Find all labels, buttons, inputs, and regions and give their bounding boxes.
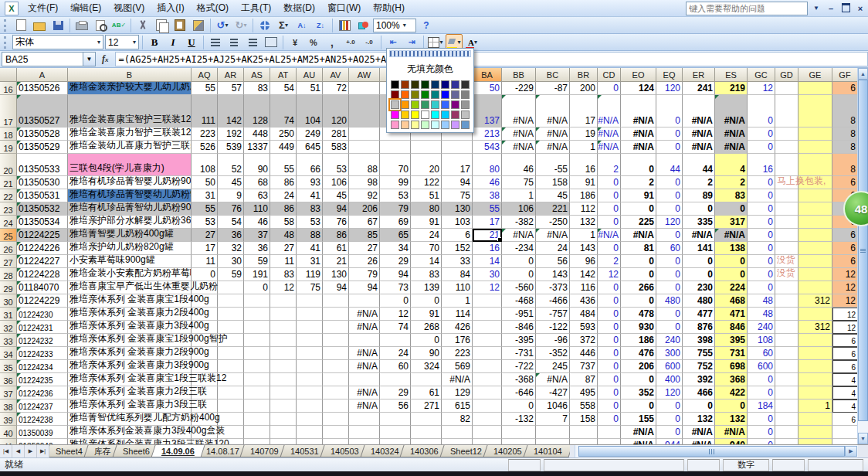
cell-A17[interactable]: 01350527 xyxy=(17,95,68,128)
cell-CD41[interactable] xyxy=(598,439,621,444)
cell-AS36[interactable] xyxy=(244,373,270,386)
row-header-26[interactable]: 26 xyxy=(0,242,17,255)
cell-ER22[interactable]: 89 xyxy=(683,189,715,202)
cell-AY22[interactable]: 51 xyxy=(411,189,442,202)
cell-ES38[interactable]: 0 xyxy=(715,400,748,413)
cell-AT22[interactable]: 24 xyxy=(270,189,297,202)
cell-ES19[interactable]: #N/A xyxy=(715,141,748,154)
cell-BR41[interactable] xyxy=(570,439,598,444)
cell-GC39[interactable]: 0 xyxy=(748,413,775,426)
cell-BC23[interactable]: 221 xyxy=(536,202,570,216)
cell-GD22[interactable] xyxy=(775,189,798,202)
cell-ER28[interactable]: 0 xyxy=(683,268,715,281)
cell-BR21[interactable]: 91 xyxy=(570,176,598,189)
cell-BR19[interactable]: 1 xyxy=(570,141,598,154)
cell-GD24[interactable] xyxy=(775,216,798,229)
column-header-GE[interactable]: GE xyxy=(798,68,832,82)
cell-AU33[interactable] xyxy=(297,334,323,347)
cell-BA35[interactable] xyxy=(473,360,502,373)
cell-EO23[interactable]: 0 xyxy=(621,202,656,216)
name-box-dropdown-icon[interactable]: ▼ xyxy=(83,52,96,66)
cell-EQ19[interactable]: 0 xyxy=(656,141,683,154)
cell-AX35[interactable]: 60 xyxy=(380,360,411,373)
cell-GC34[interactable]: 60 xyxy=(748,347,775,360)
cell-AY28[interactable]: 83 xyxy=(411,268,442,281)
palette-drag-handle[interactable] xyxy=(389,50,471,57)
cell-BR25[interactable]: 1 xyxy=(570,229,598,242)
cell-AV29[interactable]: 94 xyxy=(323,281,349,294)
cell-AT26[interactable]: 27 xyxy=(270,242,297,255)
cell-GD41[interactable] xyxy=(775,439,798,444)
cell-CD29[interactable]: 0 xyxy=(598,281,621,294)
cell-GD30[interactable] xyxy=(775,294,798,308)
cell-ER35[interactable]: 752 xyxy=(683,360,715,373)
cell-EO17[interactable]: #N/A xyxy=(621,95,656,128)
cell-AZ25[interactable]: 6 xyxy=(442,229,473,242)
column-header-AQ[interactable]: AQ xyxy=(192,68,218,82)
column-header-BC[interactable]: BC xyxy=(536,68,570,82)
cell-CD32[interactable]: 0 xyxy=(598,321,621,334)
help-dropdown-icon[interactable]: ▼ xyxy=(810,5,822,12)
color-swatch-333399[interactable] xyxy=(451,80,459,89)
cell-EQ33[interactable]: 240 xyxy=(656,334,683,347)
row-header-24[interactable]: 24 xyxy=(0,216,17,229)
cell-AT33[interactable] xyxy=(270,334,297,347)
cell-AR31[interactable] xyxy=(218,308,244,321)
cell-AZ39[interactable]: 82 xyxy=(442,413,473,426)
cell-GD32[interactable] xyxy=(775,321,798,334)
sheet-tab-14.09.06[interactable]: 14.09.06 xyxy=(151,445,205,457)
cell-GC36[interactable]: 0 xyxy=(748,373,775,386)
cell-BR27[interactable]: 96 xyxy=(570,255,598,268)
cell-AQ27[interactable]: 11 xyxy=(192,255,218,268)
cell-AQ20[interactable]: 108 xyxy=(192,154,218,176)
cell-AS41[interactable] xyxy=(244,439,270,444)
cell-B19[interactable]: 雅培金装幼儿喜康力智护三联装12 xyxy=(68,141,192,154)
color-swatch-FFFF99[interactable] xyxy=(411,121,419,129)
cell-B16[interactable]: 雅培金装亲护较大婴儿幼儿奶粉82 xyxy=(68,82,192,95)
cell-AS16[interactable]: 83 xyxy=(244,82,270,95)
copy-icon[interactable] xyxy=(153,17,170,34)
cell-GE28[interactable] xyxy=(798,268,832,281)
cell-CD27[interactable]: 2 xyxy=(598,255,621,268)
italic-button[interactable]: I xyxy=(164,34,181,51)
cell-AS24[interactable]: 46 xyxy=(244,216,270,229)
autosum-icon[interactable]: Σ▾ xyxy=(275,17,292,34)
cell-GF26[interactable]: 6 xyxy=(832,242,858,255)
row-header-32[interactable]: 32 xyxy=(0,321,17,334)
cell-AS19[interactable]: 1337 xyxy=(244,141,270,154)
cell-EO16[interactable]: 124 xyxy=(621,82,656,95)
cell-B21[interactable]: 雅培有机珍品菁智婴儿奶粉900g（1 xyxy=(68,176,192,189)
column-header-GF[interactable]: GF xyxy=(832,68,858,82)
cell-AZ29[interactable]: 110 xyxy=(442,281,473,294)
cell-GF37[interactable]: 4 xyxy=(832,386,858,400)
cell-BC16[interactable]: -87 xyxy=(536,82,570,95)
cell-AR20[interactable]: 52 xyxy=(218,154,244,176)
cell-GE39[interactable] xyxy=(798,413,832,426)
cell-BC40[interactable] xyxy=(536,426,570,439)
cell-GE26[interactable] xyxy=(798,242,832,255)
cell-AU29[interactable]: 75 xyxy=(297,281,323,294)
column-header-AS[interactable]: AS xyxy=(244,68,270,82)
percent-style-icon[interactable]: % xyxy=(305,34,322,51)
cell-AX21[interactable]: 99 xyxy=(380,176,411,189)
color-swatch-808080[interactable] xyxy=(461,90,470,99)
cell-GE19[interactable] xyxy=(798,141,832,154)
cell-BR36[interactable]: 87 xyxy=(570,373,598,386)
color-swatch-666699[interactable] xyxy=(451,90,459,99)
cell-BC32[interactable]: -122 xyxy=(536,321,570,334)
cell-GC27[interactable]: 0 xyxy=(748,255,775,268)
cell-AT30[interactable] xyxy=(270,294,297,308)
select-all-corner[interactable] xyxy=(0,68,17,82)
cell-BA34[interactable] xyxy=(473,347,502,360)
cell-A26[interactable]: 01224226 xyxy=(17,242,68,255)
cell-ER31[interactable]: 477 xyxy=(683,308,715,321)
cell-ES16[interactable]: 219 xyxy=(715,82,748,95)
cell-EQ32[interactable]: 0 xyxy=(656,321,683,334)
cell-BA23[interactable]: 55 xyxy=(473,202,502,216)
increase-decimal-icon[interactable]: +.0 xyxy=(342,34,359,51)
cell-AT20[interactable]: 55 xyxy=(270,154,297,176)
cell-GF19[interactable]: 8 xyxy=(832,141,858,154)
cell-A29[interactable]: 01184070 xyxy=(17,281,68,294)
cell-GF31[interactable]: 12 xyxy=(832,308,858,321)
cell-AR17[interactable]: 142 xyxy=(218,95,244,128)
